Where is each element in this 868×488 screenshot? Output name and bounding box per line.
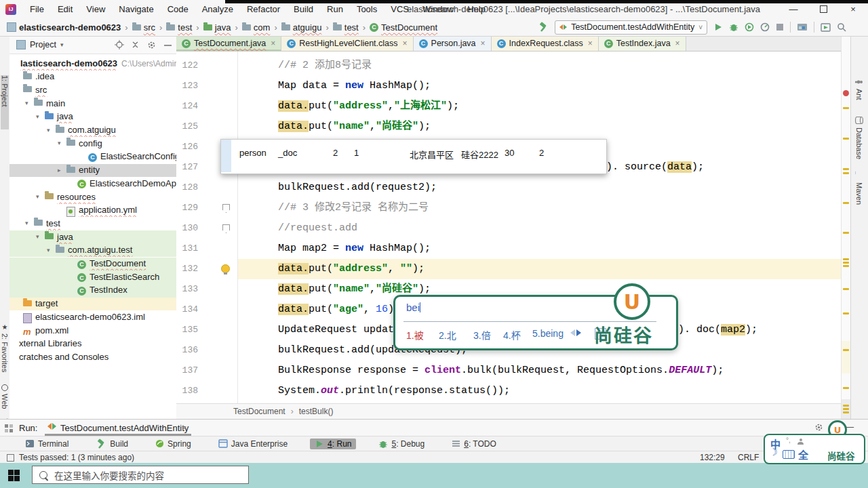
tree-row-elasticsearch-demo0623-iml[interactable]: elasticsearch-demo0623.iml	[9, 310, 176, 324]
tree-row-application-yml[interactable]: application.yml	[9, 204, 176, 218]
code-line-135[interactable]: ). doc(map2);	[678, 320, 757, 340]
tree-row-TestElasticSearch[interactable]: CTestElasticSearch	[9, 270, 176, 284]
tree-row-main[interactable]: ▾main	[9, 97, 176, 110]
code-line-134[interactable]: data.put("age", 16);	[278, 300, 400, 320]
intention-bulb-icon[interactable]	[221, 264, 230, 273]
close-button[interactable]: ×	[838, 0, 868, 18]
code-line-124[interactable]: data.put("address","上海松江");	[278, 96, 459, 117]
line-number[interactable]: 138	[176, 381, 198, 401]
line-number[interactable]: 127	[176, 157, 198, 178]
tree-row-config[interactable]: ▾config	[9, 137, 176, 150]
search-everywhere-icon[interactable]	[837, 22, 846, 32]
tree-row-entity[interactable]: ▸entity	[9, 164, 176, 178]
tree-row-com-atguigu[interactable]: ▾com.atguigu	[9, 124, 176, 138]
expand-open-icon[interactable]: ▾	[47, 127, 50, 134]
expand-open-icon[interactable]: ▾	[36, 233, 39, 240]
fold-marker-icon[interactable]	[222, 204, 230, 213]
breadcrumb-item-TestDocument[interactable]: CTestDocument	[368, 22, 439, 33]
tree-row-ElasticsearchDemoApplicatio[interactable]: CElasticsearchDemoApplicatio	[9, 177, 176, 190]
expand-open-icon[interactable]: ▾	[36, 113, 39, 120]
menu-code[interactable]: Code	[161, 0, 195, 18]
fold-marker-icon[interactable]	[222, 224, 230, 233]
taskbar-search[interactable]: 在这里输入你要搜索的内容	[32, 466, 249, 484]
tree-row-xternal-Libraries[interactable]: xternal Libraries	[9, 338, 176, 351]
code-line-122[interactable]: //# 2 添加8号记录	[278, 56, 372, 76]
profiler-button[interactable]	[760, 22, 770, 32]
run-button[interactable]	[713, 22, 723, 32]
tree-row-cratches-and-Consoles[interactable]: cratches and Consoles	[9, 350, 176, 364]
tab-Person-java[interactable]: CPerson.java×	[414, 36, 492, 51]
ime-candidate-1[interactable]: 1.被	[406, 328, 424, 342]
stop-button[interactable]	[776, 23, 784, 31]
tree-row-java[interactable]: ▾java	[9, 230, 176, 244]
tab-close-icon[interactable]: ×	[271, 39, 275, 48]
expand-open-icon[interactable]: ▾	[25, 100, 28, 106]
breadcrumb-item-elasticsearch-demo0623[interactable]: elasticsearch-demo0623	[5, 22, 122, 33]
code-line-129[interactable]: //# 3 修改2号记录 名称为二号	[278, 198, 429, 218]
ime-candidate-3[interactable]: 3.倍	[473, 328, 491, 342]
maximize-button[interactable]	[808, 0, 838, 18]
toolwindow-button-maven[interactable]: MMaven	[855, 171, 863, 209]
tree-row-lasticsearch-demo0623[interactable]: lasticsearch-demo0623C:\Users\Administr	[9, 57, 176, 70]
toolwindow-button-database[interactable]: Database	[855, 116, 863, 167]
expand-open-icon[interactable]: ▾	[58, 140, 61, 146]
code-line-128[interactable]: bulkRequest.add(request2);	[278, 178, 437, 198]
minimize-button[interactable]: —	[778, 0, 808, 18]
page-next-icon[interactable]	[576, 329, 581, 336]
caret-position[interactable]: 132:29	[700, 453, 725, 462]
line-number[interactable]: 122	[176, 56, 198, 76]
menu-navigate[interactable]: Navigate	[112, 0, 160, 18]
gear-icon[interactable]	[814, 422, 824, 432]
ime-candidate-2[interactable]: 2.北	[439, 328, 456, 342]
line-number[interactable]: 133	[176, 279, 198, 300]
expand-closed-icon[interactable]: ▸	[58, 167, 61, 174]
breadcrumb-item-java[interactable]: java	[202, 22, 233, 33]
code-line-132[interactable]: data.put("address", "");	[278, 259, 425, 279]
run-tab[interactable]: TestDocument.testAddWithEntity	[60, 423, 189, 433]
idea-app-icon[interactable]: IJ	[5, 4, 16, 15]
tree-row-java[interactable]: ▾java	[9, 110, 176, 124]
settings-gear-icon[interactable]	[146, 40, 157, 50]
ime-user-icon[interactable]	[797, 439, 804, 445]
line-number[interactable]: 132	[176, 259, 198, 279]
tab-close-icon[interactable]: ×	[588, 39, 593, 48]
ime-candidate-4[interactable]: 4.杯	[503, 328, 521, 342]
line-number[interactable]: 134	[176, 300, 198, 320]
debug-button[interactable]	[729, 22, 738, 32]
expand-open-icon[interactable]: ▾	[47, 247, 50, 253]
menu-edit[interactable]: Edit	[51, 0, 79, 18]
menu-file[interactable]: File	[23, 0, 51, 18]
build-hammer-icon[interactable]	[538, 22, 549, 33]
line-number[interactable]: 126	[176, 137, 198, 157]
code-line-137[interactable]: BulkResponse response = client.bulk(bulk…	[278, 361, 724, 381]
breadcrumb-item-atguigu[interactable]: atguigu	[280, 22, 323, 33]
run-anything-icon[interactable]	[821, 23, 831, 32]
code-line-127[interactable]: ). source(data);	[606, 157, 704, 178]
toolwindow-button-1-project[interactable]: 1: Project	[1, 75, 9, 129]
breadcrumb-method[interactable]: testBulk()	[299, 407, 334, 416]
breadcrumb-class[interactable]: TestDocument	[233, 407, 285, 416]
toolwindow-4-run[interactable]: 4: Run	[310, 439, 356, 449]
toolwindow-5-debug[interactable]: 5: Debug	[374, 439, 429, 449]
line-number[interactable]: 123	[176, 76, 198, 96]
toolwindow-java-enterprise[interactable]: Java Enterprise	[214, 439, 292, 449]
code-line-125[interactable]: data.put("name","尚硅谷");	[278, 117, 431, 137]
code-line-123[interactable]: Map data = new HashMap();	[278, 76, 431, 96]
toolwindow-terminal[interactable]: Terminal	[20, 439, 73, 449]
tree-row-com-atguigu-test[interactable]: ▾com.atguigu.test	[9, 244, 176, 258]
code-line-130[interactable]: //request.add	[278, 218, 357, 239]
tree-row--idea[interactable]: .idea	[9, 70, 176, 84]
code-line-135[interactable]: UpdateRequest update	[278, 320, 400, 340]
ime-fullwidth-mode[interactable]: 全	[798, 447, 808, 462]
line-number[interactable]: 130	[176, 218, 198, 239]
line-number[interactable]: 128	[176, 178, 198, 198]
line-number[interactable]: 136	[176, 340, 198, 361]
line-number[interactable]: 137	[176, 361, 198, 381]
tab-TestDocument-java[interactable]: CTestDocument.java×	[176, 36, 281, 51]
line-number[interactable]: 124	[176, 96, 198, 117]
collapse-all-icon[interactable]	[131, 40, 140, 49]
line-number[interactable]: 131	[176, 239, 198, 259]
line-number[interactable]: 135	[176, 320, 198, 340]
tab-IndexRequest-class[interactable]: CIndexRequest.class×	[492, 36, 599, 51]
toolwindow-button-ant[interactable]: Ant	[855, 78, 863, 112]
